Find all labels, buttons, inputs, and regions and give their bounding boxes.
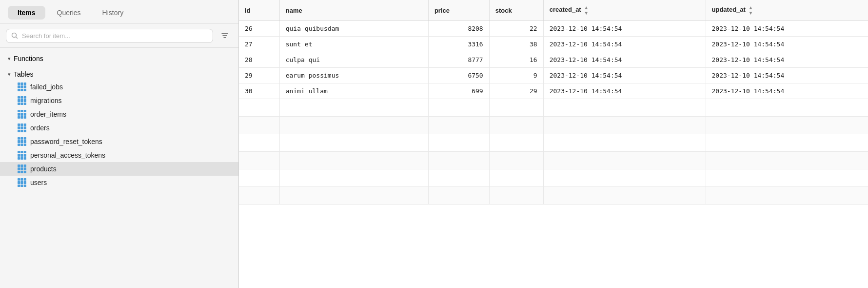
- cell-id: 28: [239, 52, 279, 68]
- cell-id: 27: [239, 37, 279, 52]
- filter-icon[interactable]: [217, 28, 233, 43]
- col-header-price[interactable]: price: [428, 0, 489, 21]
- cell-stock: 22: [489, 21, 543, 37]
- cell-stock: 9: [489, 68, 543, 83]
- cell-id: 26: [239, 21, 279, 37]
- table-grid-icon: [18, 82, 26, 91]
- col-header-updated-at[interactable]: updated_at ▲▼: [706, 0, 868, 21]
- empty-row: [239, 169, 868, 187]
- sidebar-item-personal-access-tokens[interactable]: personal_access_tokens: [0, 148, 238, 162]
- table-row[interactable]: 29earum possimus675092023-12-10 14:54:54…: [239, 68, 868, 83]
- cell-name: sunt et: [279, 37, 428, 52]
- table-grid-icon: [18, 110, 26, 119]
- cell-stock: 38: [489, 37, 543, 52]
- cell-price: 3316: [428, 37, 489, 52]
- table-grid-icon: [18, 165, 26, 173]
- cell-updated_at: 2023-12-10 14:54:54: [706, 68, 868, 83]
- empty-row: [239, 134, 868, 152]
- data-table-container: id name price stock created_at ▲▼: [239, 0, 868, 288]
- cell-name: culpa qui: [279, 52, 428, 68]
- cell-created_at: 2023-12-10 14:54:54: [543, 37, 706, 52]
- sidebar-item-order-items[interactable]: order_items: [0, 107, 238, 121]
- cell-price: 6750: [428, 68, 489, 83]
- cell-name: animi ullam: [279, 83, 428, 99]
- table-name: failed_jobs: [30, 83, 63, 91]
- tab-history[interactable]: History: [93, 6, 134, 20]
- table-row[interactable]: 27sunt et3316382023-12-10 14:54:542023-1…: [239, 37, 868, 52]
- table-name: users: [30, 179, 47, 186]
- table-name: order_items: [30, 110, 66, 118]
- col-header-stock[interactable]: stock: [489, 0, 543, 21]
- table-grid-icon: [18, 137, 26, 146]
- search-input[interactable]: [22, 32, 208, 40]
- main-content: id name price stock created_at ▲▼: [239, 0, 868, 288]
- cell-updated_at: 2023-12-10 14:54:54: [706, 21, 868, 37]
- sort-icon-created: ▲▼: [584, 5, 589, 16]
- table-name: personal_access_tokens: [30, 151, 105, 159]
- tree-section-tables-header[interactable]: ▾ Tables: [0, 68, 238, 80]
- cell-id: 29: [239, 68, 279, 83]
- sidebar: Items Queries History ▾ Functions: [0, 0, 239, 288]
- table-name: orders: [30, 124, 50, 132]
- chevron-down-icon: ▾: [8, 56, 11, 62]
- empty-row: [239, 99, 868, 117]
- cell-id: 30: [239, 83, 279, 99]
- cell-price: 8777: [428, 52, 489, 68]
- tree-section-functions: ▾ Functions: [0, 51, 238, 66]
- sidebar-item-migrations[interactable]: migrations: [0, 94, 238, 107]
- cell-updated_at: 2023-12-10 14:54:54: [706, 37, 868, 52]
- sort-icon-updated: ▲▼: [749, 5, 753, 16]
- cell-created_at: 2023-12-10 14:54:54: [543, 52, 706, 68]
- tree-section-tables: ▾ Tables failed_jobs migrations: [0, 66, 238, 191]
- cell-price: 8208: [428, 21, 489, 37]
- tree: ▾ Functions ▾ Tables failed_jobs: [0, 48, 238, 288]
- sidebar-item-password-reset-tokens[interactable]: password_reset_tokens: [0, 135, 238, 148]
- table-grid-icon: [18, 96, 26, 105]
- tree-section-functions-header[interactable]: ▾ Functions: [0, 53, 238, 64]
- sidebar-item-users[interactable]: users: [0, 176, 238, 189]
- table-row[interactable]: 26quia quibusdam8208222023-12-10 14:54:5…: [239, 21, 868, 37]
- tab-queries[interactable]: Queries: [47, 6, 91, 20]
- tab-items[interactable]: Items: [8, 6, 45, 20]
- cell-stock: 16: [489, 52, 543, 68]
- cell-created_at: 2023-12-10 14:54:54: [543, 83, 706, 99]
- table-name: password_reset_tokens: [30, 138, 102, 145]
- functions-label: Functions: [14, 55, 43, 62]
- table-grid-icon: [18, 178, 26, 187]
- table-name: products: [30, 165, 57, 173]
- chevron-down-icon-2: ▾: [8, 71, 11, 78]
- cell-name: earum possimus: [279, 68, 428, 83]
- table-name: migrations: [30, 97, 62, 104]
- cell-created_at: 2023-12-10 14:54:54: [543, 21, 706, 37]
- cell-created_at: 2023-12-10 14:54:54: [543, 68, 706, 83]
- search-wrapper: [6, 29, 213, 43]
- svg-line-1: [16, 37, 18, 39]
- col-header-id[interactable]: id: [239, 0, 279, 21]
- cell-updated_at: 2023-12-10 14:54:54: [706, 52, 868, 68]
- sidebar-item-orders[interactable]: orders: [0, 121, 238, 135]
- tab-bar: Items Queries History: [0, 0, 238, 24]
- col-header-created-at[interactable]: created_at ▲▼: [543, 0, 706, 21]
- table-grid-icon: [18, 151, 26, 160]
- empty-row: [239, 152, 868, 169]
- table-row[interactable]: 28culpa qui8777162023-12-10 14:54:542023…: [239, 52, 868, 68]
- cell-updated_at: 2023-12-10 14:54:54: [706, 83, 868, 99]
- sidebar-item-products[interactable]: products: [0, 162, 238, 176]
- cell-name: quia quibusdam: [279, 21, 428, 37]
- empty-row: [239, 187, 868, 205]
- cell-stock: 29: [489, 83, 543, 99]
- col-header-name[interactable]: name: [279, 0, 428, 21]
- search-bar: [0, 24, 238, 48]
- table-grid-icon: [18, 123, 26, 132]
- table-row[interactable]: 30animi ullam699292023-12-10 14:54:54202…: [239, 83, 868, 99]
- table-header-row: id name price stock created_at ▲▼: [239, 0, 868, 21]
- data-table: id name price stock created_at ▲▼: [239, 0, 868, 205]
- cell-price: 699: [428, 83, 489, 99]
- tables-label: Tables: [14, 70, 33, 78]
- search-icon: [11, 32, 18, 39]
- empty-row: [239, 117, 868, 134]
- sidebar-item-failed-jobs[interactable]: failed_jobs: [0, 80, 238, 94]
